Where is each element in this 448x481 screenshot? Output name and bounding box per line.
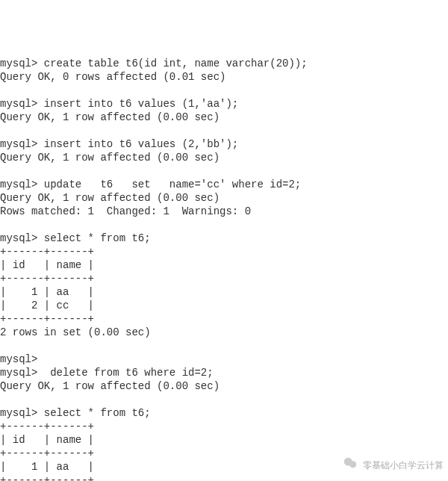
prompt: mysql> [0, 232, 44, 244]
prompt: mysql> [0, 353, 44, 365]
prompt: mysql> [0, 367, 44, 379]
table-row: | 1 | aa | [0, 286, 94, 298]
table-border: +------+------+ [0, 313, 94, 325]
sql-insert: insert into t6 values (1,'aa'); [44, 98, 238, 110]
prompt: mysql> [0, 138, 44, 150]
table-border: +------+------+ [0, 421, 94, 432]
table-header: | id | name | [0, 259, 94, 271]
watermark: 零基础小白学云计算 [342, 455, 444, 475]
response-ok: Query OK, 1 row affected (0.00 sec) [0, 380, 220, 392]
sql-delete: delete from t6 where id=2; [44, 367, 214, 379]
prompt: mysql> [0, 98, 44, 110]
table-border: +------+------+ [0, 447, 94, 459]
sql-insert: insert into t6 values (2,'bb'); [44, 138, 238, 150]
response-ok: Query OK, 1 row affected (0.00 sec) [0, 152, 220, 164]
wechat-icon [342, 455, 358, 475]
table-row: | 2 | cc | [0, 300, 94, 311]
watermark-text: 零基础小白学云计算 [363, 459, 444, 472]
table-border: +------+------+ [0, 273, 94, 285]
svg-point-1 [349, 461, 356, 468]
prompt: mysql> [0, 179, 44, 190]
response-rows-in-set: 2 rows in set (0.00 sec) [0, 326, 151, 338]
response-ok: Query OK, 1 row affected (0.00 sec) [0, 111, 220, 123]
prompt: mysql> [0, 58, 44, 69]
response-ok: Query OK, 0 rows affected (0.01 sec) [0, 71, 225, 83]
sql-create-table: create table t6(id int, name varchar(20)… [44, 58, 308, 69]
response-ok: Query OK, 1 row affected (0.00 sec) [0, 192, 220, 204]
table-header: | id | name | [0, 434, 94, 446]
prompt: mysql> [0, 407, 44, 419]
sql-select: select * from t6; [44, 232, 151, 244]
table-border: +------+------+ [0, 246, 94, 258]
sql-select: select * from t6; [44, 407, 151, 419]
table-border: +------+------+ [0, 474, 94, 481]
sql-update: update t6 set name='cc' where id=2; [44, 179, 301, 190]
table-row: | 1 | aa | [0, 461, 94, 473]
response-rows-matched: Rows matched: 1 Changed: 1 Warnings: 0 [0, 205, 251, 217]
